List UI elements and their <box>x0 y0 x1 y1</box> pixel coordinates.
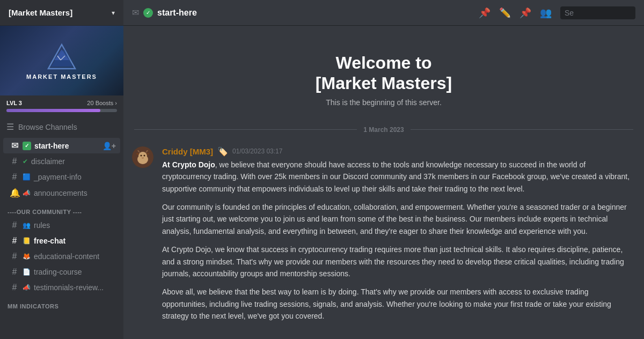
welcome-section: Welcome to[Market Masters] This is the b… <box>123 36 644 117</box>
envelope-icon: ✉ <box>10 141 19 151</box>
doc-icon: 📄 <box>23 268 31 276</box>
topbar-search[interactable]: Se <box>560 6 635 19</box>
banner-text: MARKET MASTERS <box>26 73 97 80</box>
topbar: ✉ ✓ start-here 📌 ✏️ 📌 👥 Se <box>123 0 644 26</box>
channel-label: educational-content <box>34 252 99 261</box>
topbar-verified-badge: ✓ <box>143 8 153 18</box>
browse-channels-label: Browse Channels <box>18 123 77 131</box>
channel-item-testimonials[interactable]: # 📣 testimonials-review... <box>3 280 120 295</box>
channel-label: testimonials-review... <box>34 283 104 292</box>
channel-item-rules[interactable]: # 👥 rules <box>3 218 120 233</box>
boost-count[interactable]: 20 Boosts › <box>87 100 117 106</box>
message-header: Criddy [MM3] 🏷️ 01/03/2023 03:17 <box>162 146 635 157</box>
channel-label: free-chat <box>34 237 65 245</box>
server-header[interactable]: [Market Masters] ▾ <box>0 0 123 26</box>
chevron-down-icon: ▾ <box>112 9 115 17</box>
verified-icon: ✓ <box>23 142 31 150</box>
message: Criddy [MM3] 🏷️ 01/03/2023 03:17 At Cryp… <box>123 142 644 327</box>
members-icon[interactable]: 👥 <box>540 7 552 19</box>
avatar-image <box>132 146 153 168</box>
topbar-left: ✉ ✓ start-here <box>132 8 474 18</box>
main-content: ✉ ✓ start-here 📌 ✏️ 📌 👥 Se Welcome to[Ma… <box>123 0 644 339</box>
channel-item-educational-content[interactable]: # 🦊 educational-content <box>3 249 120 264</box>
server-logo: MARKET MASTERS <box>26 42 97 80</box>
svg-point-9 <box>141 154 142 156</box>
topbar-hash-icon: ✉ <box>132 8 139 18</box>
welcome-subtitle: This is the beginning of this server. <box>134 98 633 107</box>
channel-label: _payment-info <box>34 173 82 181</box>
section-header-mm-indicators: MM INDICATORS <box>0 296 123 312</box>
hash-icon: # <box>10 172 19 182</box>
mountain-icon <box>46 42 78 71</box>
book-icon: 📒 <box>23 237 31 245</box>
server-banner: MARKET MASTERS <box>0 26 123 95</box>
browse-icon: ☰ <box>6 122 14 132</box>
bell-icon: 🔔 <box>10 188 19 198</box>
fox-icon: 🦊 <box>23 253 31 260</box>
date-divider: 1 March 2023 <box>123 117 644 142</box>
message-area: Welcome to[Market Masters] This is the b… <box>123 26 644 339</box>
app-container: [Market Masters] ▾ MARKET MASTERS LVL 3 <box>0 0 644 339</box>
boost-level: LVL 3 <box>6 100 22 106</box>
section-header-community: ----OUR COMMUNITY ---- <box>0 201 123 217</box>
message-badge: 🏷️ <box>217 146 228 157</box>
add-user-icon[interactable]: 👤+ <box>103 142 116 150</box>
channel-list: ✉ ✓ start-here 👤+ # ✔ disclaimer # 🟦 _pa… <box>0 137 123 339</box>
channel-label: start-here <box>34 142 69 150</box>
channel-label: disclaimer <box>31 157 65 166</box>
hash-icon: # <box>10 220 19 230</box>
channel-label: rules <box>34 221 50 230</box>
avatar <box>132 146 153 168</box>
flag-icon: 🟦 <box>23 173 31 181</box>
topbar-actions: 📌 ✏️ 📌 👥 Se <box>479 6 635 19</box>
edit-icon[interactable]: ✏️ <box>499 7 511 19</box>
message-content: Criddy [MM3] 🏷️ 01/03/2023 03:17 At Cryp… <box>162 146 635 322</box>
welcome-title: Welcome to[Market Masters] <box>134 53 633 94</box>
bookmark-icon[interactable]: 📌 <box>519 7 531 19</box>
hash-icon: # <box>10 157 19 166</box>
svg-point-10 <box>144 154 145 156</box>
boost-bar: LVL 3 20 Boosts › <box>0 95 123 116</box>
hash-icon: # <box>10 267 19 277</box>
people-icon: 👥 <box>23 222 31 229</box>
sidebar: [Market Masters] ▾ MARKET MASTERS LVL 3 <box>0 0 123 339</box>
message-text: At Crypto Dojo, we believe that everyone… <box>162 159 635 322</box>
check-icon: ✔ <box>23 158 28 165</box>
channel-item-announcements[interactable]: 🔔 📣 announcements <box>3 185 120 201</box>
server-name: [Market Masters] <box>9 8 72 17</box>
topbar-channel-name: start-here <box>157 8 197 18</box>
megaphone2-icon: 📣 <box>23 284 31 291</box>
channel-item-free-chat[interactable]: # 📒 free-chat <box>3 233 120 248</box>
pin-icon[interactable]: 📌 <box>479 7 491 19</box>
browse-channels-button[interactable]: ☰ Browse Channels <box>0 116 123 137</box>
hash-icon: # <box>10 283 19 292</box>
boost-progress-bg <box>6 109 117 112</box>
message-username: Criddy [MM3] <box>162 147 213 156</box>
channel-label: announcements <box>34 189 87 197</box>
channel-item-payment-info[interactable]: # 🟦 _payment-info <box>3 170 120 185</box>
hash-icon: # <box>10 236 19 246</box>
message-timestamp: 01/03/2023 03:17 <box>232 148 282 155</box>
megaphone-icon: 📣 <box>23 189 31 197</box>
boost-progress-fill <box>6 109 100 112</box>
channel-item-start-here[interactable]: ✉ ✓ start-here 👤+ <box>3 138 120 153</box>
channel-label: trading-course <box>34 268 82 276</box>
channel-item-trading-course[interactable]: # 📄 trading-course <box>3 264 120 279</box>
hash-icon: # <box>10 252 19 261</box>
search-placeholder: Se <box>565 9 574 17</box>
channel-item-disclaimer[interactable]: # ✔ disclaimer <box>3 154 120 169</box>
